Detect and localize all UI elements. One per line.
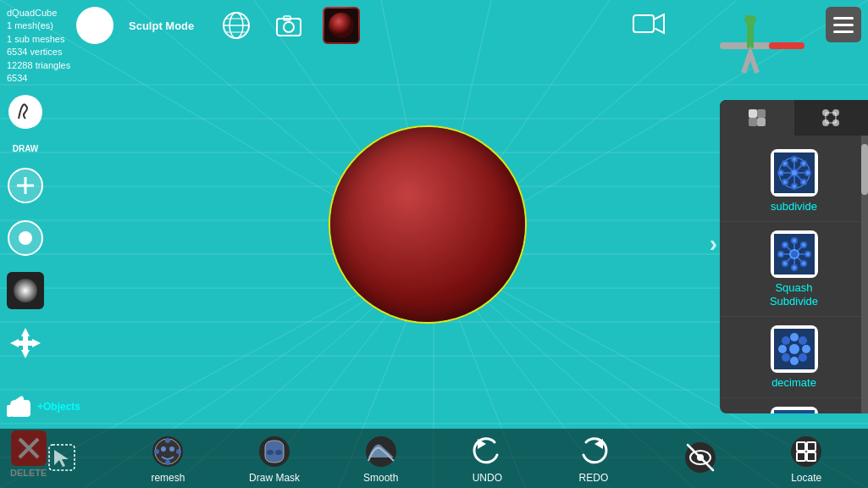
photo-camera-icon[interactable] (270, 7, 307, 44)
svg-point-89 (805, 170, 810, 175)
remesh-icon (150, 434, 185, 469)
svg-point-129 (154, 449, 159, 454)
redo-button[interactable]: REDO (564, 434, 623, 484)
svg-point-94 (791, 169, 798, 176)
objects-button[interactable]: +Objects (3, 391, 80, 422)
right-panel: subdivide (720, 100, 868, 413)
decimate-tool[interactable]: decimate (720, 317, 868, 398)
svg-point-132 (267, 450, 274, 455)
locate-icon (788, 434, 824, 469)
svg-point-111 (790, 357, 799, 365)
svg-point-104 (782, 242, 788, 247)
svg-point-100 (792, 238, 797, 243)
decimate-label: decimate (771, 376, 816, 389)
left-sidebar: DRAW (7, 93, 44, 365)
panel-scrollbar-track (861, 136, 868, 413)
add-tool[interactable] (7, 167, 44, 208)
redo-label: REDO (579, 472, 609, 484)
svg-marker-122 (54, 450, 69, 467)
svg-rect-70 (749, 118, 757, 126)
cursor-icon (44, 440, 80, 475)
svg-rect-63 (17, 341, 34, 346)
svg-point-41 (329, 13, 354, 38)
undo-icon (469, 434, 505, 469)
hide-tool[interactable] (671, 440, 730, 478)
svg-point-127 (165, 438, 170, 443)
squash-subdivide-tool[interactable]: SquashSubdivide (720, 222, 868, 317)
draw-tool[interactable] (7, 93, 44, 134)
svg-point-87 (792, 184, 797, 189)
svg-rect-64 (7, 405, 12, 417)
svg-rect-69 (757, 109, 766, 118)
svg-point-115 (799, 336, 807, 345)
svg-rect-48 (769, 42, 804, 49)
undo-label: UNDO (473, 472, 502, 484)
svg-point-126 (169, 446, 174, 452)
squash-subdivide-icon (771, 230, 818, 278)
circle-tool[interactable] (7, 219, 44, 260)
svg-point-130 (176, 449, 181, 454)
top-toolbar: Sculpt Mode (76, 7, 360, 44)
mesh-info: dQuadCube 1 mesh(es) 1 sub meshes 6534 v… (7, 7, 70, 85)
remesh-label: remesh (151, 472, 185, 484)
svg-rect-44 (633, 15, 654, 32)
svg-rect-119 (774, 410, 815, 413)
smooth-icon (771, 407, 818, 413)
menu-button[interactable] (826, 7, 861, 42)
undo-button[interactable]: UNDO (457, 434, 517, 484)
svg-marker-45 (654, 14, 664, 33)
panel-items-list: subdivide (720, 136, 868, 413)
camera-rig[interactable] (711, 15, 821, 86)
locate-label: Locate (791, 472, 821, 484)
remesh-tool[interactable]: remesh (138, 434, 197, 484)
svg-rect-46 (720, 42, 771, 49)
smooth-bottom-tool[interactable]: Smooth (351, 434, 411, 484)
svg-point-105 (801, 242, 806, 247)
draw-mask-tool[interactable]: Draw Mask (245, 434, 304, 484)
globe-icon[interactable] (218, 7, 255, 44)
3d-sphere (330, 127, 525, 322)
svg-point-110 (790, 333, 799, 341)
subdivide-icon (771, 149, 818, 197)
svg-point-128 (165, 460, 170, 465)
panel-tab-geometry[interactable] (720, 100, 794, 136)
subdivide-label: subdivide (771, 200, 817, 213)
svg-point-57 (14, 279, 37, 302)
svg-point-118 (789, 344, 799, 354)
objects-label: +Objects (37, 401, 80, 413)
svg-point-93 (782, 180, 788, 185)
panel-tab-nodes[interactable] (794, 100, 869, 136)
smooth-bottom-label: Smooth (363, 472, 398, 484)
video-camera-icon[interactable] (633, 12, 665, 39)
panel-scrollbar-thumb[interactable] (861, 144, 868, 195)
svg-point-91 (801, 161, 806, 166)
svg-point-102 (778, 252, 783, 257)
svg-point-106 (801, 261, 806, 266)
brush-tool[interactable] (7, 272, 44, 313)
svg-point-55 (19, 231, 32, 245)
bottom-toolbar: remesh Draw Mask (0, 429, 868, 488)
material-preview-icon[interactable] (323, 7, 360, 44)
smooth-tool[interactable]: smooth (720, 398, 868, 413)
svg-point-141 (791, 436, 821, 467)
svg-point-125 (161, 446, 166, 452)
svg-point-86 (792, 157, 797, 162)
svg-point-101 (792, 265, 797, 270)
svg-point-117 (799, 353, 807, 362)
svg-point-31 (81, 12, 108, 39)
cursor-tool[interactable] (32, 440, 91, 478)
sculpt-ball-icon[interactable] (76, 7, 113, 44)
redo-icon (576, 434, 611, 469)
svg-point-114 (782, 336, 790, 345)
viewport: dQuadCube 1 mesh(es) 1 sub meshes 6534 v… (0, 0, 868, 488)
move-tool[interactable] (7, 324, 44, 365)
svg-point-108 (790, 250, 799, 258)
panel-toggle-chevron[interactable]: › (710, 230, 717, 258)
svg-point-38 (284, 22, 294, 32)
locate-button[interactable]: Locate (777, 434, 836, 484)
subdivide-tool[interactable]: subdivide (720, 141, 868, 222)
svg-point-90 (782, 161, 788, 166)
draw-mask-icon (257, 434, 292, 469)
panel-header (720, 100, 868, 136)
svg-point-103 (805, 252, 810, 257)
